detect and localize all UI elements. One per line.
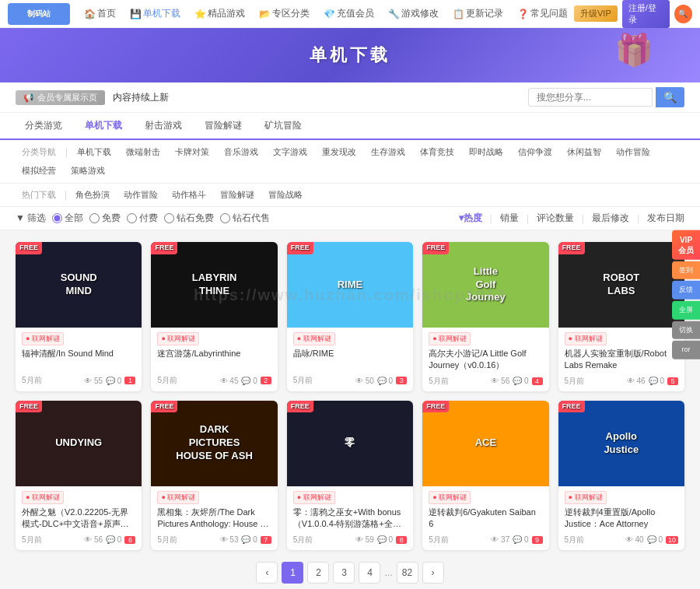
site-logo[interactable]: 制码站: [8, 3, 70, 25]
filter-radio-免费[interactable]: [89, 213, 100, 223]
game-views-2: 👁 45: [220, 377, 239, 385]
pagination-page-2[interactable]: 2: [307, 562, 329, 584]
game-card-5[interactable]: ROBOTLABS FREE ● 联网解谜 机器人实验室重制版/Robot La…: [558, 242, 684, 391]
cat-item-row2-冒险战略[interactable]: 冒险战略: [262, 187, 309, 203]
filter-radio-钻石代售[interactable]: [220, 213, 230, 223]
game-stats-7: 👁 53 💬 0 7: [220, 535, 271, 544]
game-tag-5: FREE: [558, 242, 585, 254]
cat-item-休闲益智[interactable]: 休闲益智: [561, 144, 607, 160]
game-card-4[interactable]: LittleGolfJourney FREE ● 联网解谜 高尔夫小游记/A L…: [422, 242, 548, 391]
sort-item-最后修改[interactable]: 最后修改: [592, 212, 629, 225]
side-btn-切换[interactable]: 切换: [672, 321, 700, 339]
pagination-next[interactable]: ›: [422, 562, 444, 584]
search-button[interactable]: 🔍: [656, 87, 684, 107]
game-card-1[interactable]: SOUNDMIND FREE ● 联网解谜 辐神清醒/In Sound Mind…: [16, 242, 142, 391]
game-category-8: ● 联网解谜: [293, 491, 407, 504]
game-title-8: 零：濡鸦之巫女+With bonus（V1.0.0.4-特别游荡格+全DLC+特…: [293, 507, 407, 531]
sub-nav-item-单机下载[interactable]: 单机下载: [75, 113, 131, 140]
game-card-10[interactable]: ApolloJustice FREE ● 联网解谜 逆转裁判4重置版/Apoll…: [558, 401, 684, 550]
game-card-8[interactable]: 零 FREE ● 联网解谜 零：濡鸦之巫女+With bonus（V1.0.0.…: [287, 401, 413, 550]
game-card-7[interactable]: DARKPICTURESHOUSE OF ASH FREE ● 联网解谜 黑相集…: [151, 401, 277, 550]
cat-item-生存游戏[interactable]: 生存游戏: [365, 144, 411, 160]
filter-bar: ▼ 筛选全部免费付费钻石免费钻石代售 ▾热度|销量|评论数量|最后修改|发布日期: [0, 207, 700, 230]
sort-item-销量[interactable]: 销量: [500, 212, 519, 225]
game-category-4: ● 联网解谜: [429, 332, 542, 345]
pagination-page-1[interactable]: 1: [282, 562, 303, 584]
nav-item-专区分类[interactable]: 📂专区分类: [253, 4, 316, 23]
nav-item-单机下载[interactable]: 💾单机下载: [124, 4, 187, 23]
cat-item-即时战略[interactable]: 即时战略: [463, 144, 509, 160]
nav-item-常见问题[interactable]: ❓常见问题: [511, 4, 574, 23]
game-grid: SOUNDMIND FREE ● 联网解谜 辐神清醒/In Sound Mind…: [16, 242, 684, 550]
cat-item-动作冒险[interactable]: 动作冒险: [610, 144, 656, 160]
sub-nav-item-冒险解谜[interactable]: 冒险解谜: [195, 113, 251, 140]
filter-radio-付费[interactable]: [127, 213, 137, 223]
cat-item-体育竞技[interactable]: 体育竞技: [414, 144, 460, 160]
side-btn-反馈[interactable]: 反馈: [672, 281, 700, 300]
filter-option-钻石免费[interactable]: 钻石免费: [164, 212, 214, 225]
side-btn-全屏[interactable]: 全屏: [672, 301, 700, 320]
game-cat-tag-8: ● 联网解谜: [293, 491, 335, 504]
nav-item-游戏修改[interactable]: 🔧游戏修改: [382, 4, 445, 23]
filter-left: ▼ 筛选全部免费付费钻石免费钻石代售: [16, 212, 270, 225]
cat-item-文字游戏[interactable]: 文字游戏: [267, 144, 313, 160]
sub-nav-item-矿坑冒险[interactable]: 矿坑冒险: [255, 113, 311, 140]
cat-item-信仰争渡[interactable]: 信仰争渡: [512, 144, 558, 160]
search-bar: 🔍: [528, 87, 684, 107]
cat-item-重发现改[interactable]: 重发现改: [316, 144, 362, 160]
filter-option-全部[interactable]: 全部: [52, 212, 83, 225]
sort-item-热度[interactable]: ▾热度: [459, 212, 482, 225]
pagination-page-4[interactable]: 4: [359, 562, 380, 584]
filter-option-label-全部: 全部: [65, 212, 83, 225]
pagination-page-82[interactable]: 82: [397, 562, 418, 584]
game-card-6[interactable]: UNDYING FREE ● 联网解谜 外醒之魅（V2.0.22205-无界模式…: [16, 401, 142, 550]
game-tag-2: FREE: [151, 242, 177, 254]
login-button[interactable]: 注册/登录: [622, 0, 670, 28]
side-btn-签到[interactable]: 签到: [672, 261, 700, 279]
game-num-7: 7: [261, 536, 271, 544]
cat-item-row2-角色扮演[interactable]: 角色扮演: [69, 187, 116, 203]
filter-option-付费[interactable]: 付费: [127, 212, 158, 225]
sub-nav-item-射击游戏[interactable]: 射击游戏: [135, 113, 191, 140]
game-info-10: ● 联网解谜 逆转裁判4重置版/Apollo Justice：Ace Attor…: [558, 486, 684, 550]
nav-item-更新记录[interactable]: 📋更新记录: [446, 4, 509, 23]
game-card-9[interactable]: ACE FREE ● 联网解谜 逆转裁判6/Gyakuten Saiban 6 …: [422, 401, 548, 550]
game-comments-3: 💬 0: [377, 377, 393, 385]
nav-label: 精品游戏: [208, 7, 245, 20]
cat-item-卡牌对策[interactable]: 卡牌对策: [169, 144, 215, 160]
avatar-button[interactable]: 🔍: [674, 5, 692, 23]
filter-option-label-付费: 付费: [139, 212, 158, 225]
game-card-2[interactable]: LABYRINTHINE FREE ● 联网解谜 迷宫游荡/Labyrinthi…: [151, 242, 277, 391]
pagination-prev[interactable]: ‹: [256, 562, 278, 584]
cat-item-row2-冒险解谜[interactable]: 冒险解谜: [214, 187, 261, 203]
filter-radio-钻石免费[interactable]: [164, 213, 174, 223]
game-thumb-6: UNDYING FREE: [16, 401, 142, 486]
nav-item-精品游戏[interactable]: ⭐精品游戏: [188, 4, 251, 23]
cat-item-单机下载[interactable]: 单机下载: [71, 144, 117, 160]
search-input[interactable]: [528, 88, 653, 107]
vip-upgrade-button[interactable]: 升级VIP: [574, 5, 618, 22]
cat-item-row2-动作冒险[interactable]: 动作冒险: [117, 187, 164, 203]
game-thumb-2: LABYRINTHINE FREE: [151, 242, 277, 328]
cat-item-微端射击[interactable]: 微端射击: [120, 144, 166, 160]
nav-item-充值会员[interactable]: 💎充值会员: [317, 4, 380, 23]
filter-option-免费[interactable]: 免费: [89, 212, 121, 225]
cat-item-音乐游戏[interactable]: 音乐游戏: [218, 144, 264, 160]
nav-item-首页[interactable]: 🏠首页: [78, 4, 122, 23]
filter-radio-全部[interactable]: [52, 213, 62, 223]
sort-item-发布日期[interactable]: 发布日期: [647, 212, 684, 225]
side-btn-ror[interactable]: ror: [672, 341, 700, 359]
cat-item-模拟经营[interactable]: 模拟经营: [16, 163, 62, 179]
game-info-7: ● 联网解谜 黑相集：灰烬所/The Dark Pictures Antholo…: [151, 486, 277, 550]
cat-item-row2-动作格斗[interactable]: 动作格斗: [166, 187, 212, 203]
cat-item-策略游戏[interactable]: 策略游戏: [65, 163, 111, 179]
sub-nav-item-分类游览[interactable]: 分类游览: [16, 113, 72, 140]
game-card-3[interactable]: RIME FREE ● 联网解谜 晶咏/RIME 5月前 👁 50 💬 0 3: [287, 242, 413, 391]
pagination-page-3[interactable]: 3: [333, 562, 355, 584]
game-info-2: ● 联网解谜 迷宫游荡/Labyrinthine 5月前 👁 45 💬 0 2: [151, 328, 277, 391]
filter-label: ▼ 筛选: [16, 212, 46, 225]
filter-option-钻石代售[interactable]: 钻石代售: [220, 212, 270, 225]
sort-item-评论数量[interactable]: 评论数量: [537, 212, 574, 225]
side-btn-vip会员[interactable]: VIP 会员: [672, 230, 700, 259]
nav-icon: 📂: [259, 9, 271, 19]
